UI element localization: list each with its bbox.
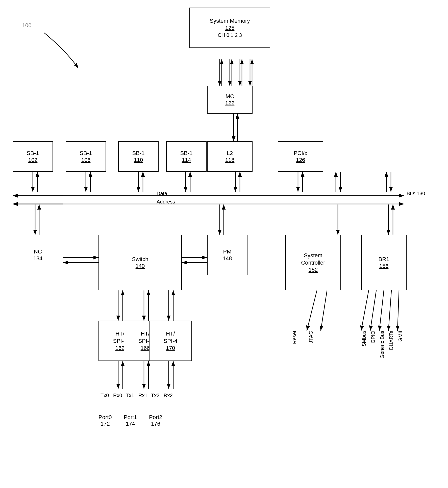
port1-num: 174 bbox=[124, 421, 137, 427]
port2-label: Port2 bbox=[149, 414, 162, 421]
svg-line-62 bbox=[397, 290, 399, 331]
bus-130-label: Bus 130 bbox=[407, 191, 425, 196]
mc-label: MC bbox=[226, 93, 234, 100]
rx2-label: Rx2 bbox=[164, 393, 173, 398]
ht170-num: 170 bbox=[166, 345, 175, 351]
sb1-106-num: 106 bbox=[81, 157, 91, 163]
sb1-110-label: SB-1 bbox=[132, 150, 145, 157]
system-memory-num: 125 bbox=[225, 25, 235, 31]
l2-num: 118 bbox=[225, 157, 235, 163]
system-memory-label: System Memory bbox=[210, 17, 250, 25]
mc-num: 122 bbox=[225, 100, 235, 107]
pm-label: PM bbox=[223, 248, 232, 255]
ref-label-100: 100 bbox=[22, 22, 32, 29]
nc-num: 134 bbox=[33, 255, 43, 262]
svg-line-60 bbox=[379, 290, 384, 331]
tx1-label: Tx1 bbox=[126, 393, 134, 398]
sb1-102-box: SB-1 102 bbox=[13, 141, 53, 172]
switch-label: Switch bbox=[132, 256, 148, 263]
br1-box: BR1 156 bbox=[361, 235, 407, 290]
sb1-114-box: SB-1 114 bbox=[166, 141, 207, 172]
sc-num: 152 bbox=[309, 267, 318, 273]
rx0-label: Rx0 bbox=[113, 393, 122, 398]
port1-label-area: Port1 174 bbox=[124, 414, 137, 427]
sb1-102-label: SB-1 bbox=[27, 150, 39, 157]
pcix-box: PCI/x 126 bbox=[278, 141, 323, 172]
gpio-label: GPIO bbox=[370, 331, 376, 343]
jtag-label: JTAG bbox=[308, 331, 314, 343]
port2-label-area: Port2 176 bbox=[149, 414, 162, 427]
ht170-label: HT/ SPI-4 bbox=[163, 330, 177, 345]
sb1-114-num: 114 bbox=[182, 157, 191, 163]
nc-box: NC 134 bbox=[13, 235, 63, 275]
port2-num: 176 bbox=[149, 421, 162, 427]
tx0-label: Tx0 bbox=[101, 393, 109, 398]
switch-box: Switch 140 bbox=[98, 235, 182, 290]
br1-label: BR1 bbox=[379, 256, 389, 263]
ht166-num: 166 bbox=[141, 345, 150, 351]
smbus-label: SMbus bbox=[361, 331, 367, 346]
port0-num: 172 bbox=[98, 421, 112, 427]
pcix-label: PCI/x bbox=[294, 150, 307, 157]
mc-box: MC 122 bbox=[207, 86, 253, 114]
switch-num: 140 bbox=[136, 263, 145, 269]
tx2-label: Tx2 bbox=[151, 393, 159, 398]
sb1-110-box: SB-1 110 bbox=[118, 141, 159, 172]
address-bus-label: Address bbox=[157, 199, 175, 205]
pm-num: 148 bbox=[223, 255, 232, 262]
svg-line-59 bbox=[370, 290, 376, 331]
ht162-num: 162 bbox=[115, 345, 125, 351]
br1-num: 156 bbox=[379, 263, 389, 269]
svg-line-57 bbox=[321, 290, 327, 331]
gmii-label: GMII bbox=[397, 331, 403, 342]
port0-label-area: Port0 172 bbox=[98, 414, 112, 427]
system-memory-box: System Memory 125 CH 0 1 2 3 bbox=[189, 8, 270, 48]
sb1-102-num: 102 bbox=[28, 157, 38, 163]
pm-box: PM 148 bbox=[207, 235, 247, 275]
l2-box: L2 118 bbox=[207, 141, 253, 172]
svg-line-56 bbox=[307, 290, 317, 331]
l2-label: L2 bbox=[227, 150, 233, 157]
pcix-num: 126 bbox=[296, 157, 305, 163]
svg-line-61 bbox=[388, 290, 391, 331]
port1-label: Port1 bbox=[124, 414, 137, 421]
sb1-114-label: SB-1 bbox=[180, 150, 193, 157]
reset-label: Reset bbox=[292, 331, 297, 344]
duarts-label: DUARTs bbox=[388, 331, 394, 350]
svg-line-58 bbox=[361, 290, 369, 331]
nc-label: NC bbox=[34, 248, 42, 255]
generic-bus-label: Generic Bus bbox=[379, 331, 385, 358]
architecture-diagram: 100 bbox=[0, 0, 448, 488]
rx1-label: Rx1 bbox=[138, 393, 147, 398]
sb1-106-label: SB-1 bbox=[80, 150, 92, 157]
system-controller-box: System Controller 152 bbox=[285, 235, 341, 290]
sb1-106-box: SB-1 106 bbox=[66, 141, 106, 172]
sc-label: System Controller bbox=[301, 252, 325, 266]
port0-label: Port0 bbox=[98, 414, 112, 421]
ht-spi4-170-box: HT/ SPI-4 170 bbox=[149, 321, 192, 361]
system-memory-ch: CH 0 1 2 3 bbox=[218, 32, 242, 38]
data-bus-label: Data bbox=[157, 191, 167, 196]
sb1-110-num: 110 bbox=[134, 157, 143, 163]
